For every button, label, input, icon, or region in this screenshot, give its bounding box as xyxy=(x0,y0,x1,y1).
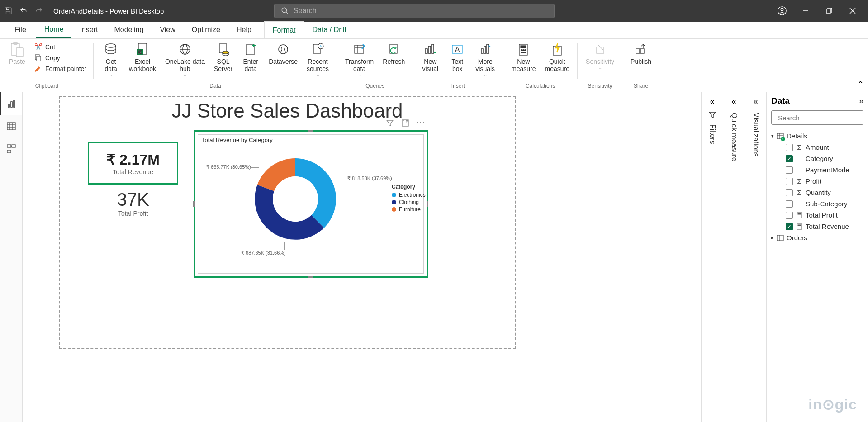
tab-data-drill[interactable]: Data / Drill xyxy=(304,21,355,38)
account-icon[interactable] xyxy=(775,4,789,18)
collapse-data-icon[interactable]: » xyxy=(859,96,863,106)
table-orders[interactable]: ▸ Orders xyxy=(771,232,863,243)
resize-handle[interactable] xyxy=(427,201,428,207)
donut-chart-visual[interactable]: ⋯ Total Revenue by Category xyxy=(194,130,428,278)
report-canvas[interactable]: JJ Store Sales Dashboard ₹ 2.17M Total R… xyxy=(23,92,701,422)
format-painter-button[interactable]: Format painter xyxy=(31,63,90,74)
get-data-icon xyxy=(103,42,119,57)
tab-modeling[interactable]: Modeling xyxy=(106,21,152,38)
svg-rect-2 xyxy=(6,11,10,14)
table-details[interactable]: ▾ ✓ Details xyxy=(771,130,863,142)
new-visual-button[interactable]: New visual xyxy=(417,40,444,74)
global-search[interactable]: Search xyxy=(274,4,555,18)
new-measure-button[interactable]: New measure xyxy=(507,40,540,74)
redo-icon[interactable] xyxy=(34,6,43,15)
data-pane: Data » ▾ ✓ Details ΣAmount ✓Category Pay… xyxy=(766,92,868,422)
tab-view[interactable]: View xyxy=(152,21,183,38)
resize-handle[interactable] xyxy=(193,201,195,207)
data-label-electronics: ₹ 818.58K (37.69%) xyxy=(347,175,392,181)
more-visuals-button[interactable]: More visuals⌄ xyxy=(471,40,499,79)
cut-button[interactable]: ✂️Cut xyxy=(31,42,90,52)
sql-icon xyxy=(216,42,231,57)
svg-rect-42 xyxy=(484,46,486,53)
tab-help[interactable]: Help xyxy=(228,21,260,38)
tab-optimize[interactable]: Optimize xyxy=(184,21,228,38)
expand-visualizations-icon[interactable]: « xyxy=(753,97,758,106)
quick-measure-pane[interactable]: « Quick measure xyxy=(723,92,745,422)
more-options-icon[interactable]: ⋯ xyxy=(417,119,425,127)
dataverse-button[interactable]: Dataverse xyxy=(264,40,302,67)
table-view-button[interactable] xyxy=(0,115,22,138)
quick-measure-button[interactable]: Quick measure xyxy=(541,40,574,74)
svg-rect-35 xyxy=(428,46,431,53)
search-icon xyxy=(281,7,289,15)
tab-home[interactable]: Home xyxy=(36,21,72,38)
maximize-button[interactable] xyxy=(822,4,836,18)
table-icon: ✓ xyxy=(777,133,784,140)
resize-handle[interactable] xyxy=(308,130,313,132)
get-data-button[interactable]: Get data⌄ xyxy=(97,40,124,79)
share-group-label: Share xyxy=(634,83,648,91)
save-icon[interactable] xyxy=(4,6,13,15)
svg-rect-36 xyxy=(432,44,434,53)
field-category[interactable]: ✓Category xyxy=(771,153,863,164)
onelake-button[interactable]: OneLake data hub⌄ xyxy=(161,40,209,79)
svg-rect-58 xyxy=(14,100,15,107)
refresh-button[interactable]: Refresh xyxy=(378,40,409,67)
focus-mode-icon[interactable] xyxy=(401,119,409,127)
cut-icon: ✂️ xyxy=(34,43,43,51)
data-group-label: Data xyxy=(209,83,221,91)
sql-server-button[interactable]: SQL Server xyxy=(209,40,237,74)
tab-insert[interactable]: Insert xyxy=(71,21,106,38)
close-button[interactable] xyxy=(845,4,860,18)
paste-button[interactable]: Paste xyxy=(4,40,31,67)
search-placeholder: Search xyxy=(294,7,317,15)
sensitivity-button[interactable]: Sensitivity⌄ xyxy=(581,40,619,72)
text-box-button[interactable]: AText box xyxy=(444,40,471,74)
field-amount[interactable]: ΣAmount xyxy=(771,142,863,153)
report-view-button[interactable] xyxy=(0,92,22,115)
svg-point-24 xyxy=(223,51,229,54)
minimize-button[interactable] xyxy=(798,4,813,18)
svg-rect-25 xyxy=(246,45,254,55)
publish-button[interactable]: Publish xyxy=(626,40,656,67)
quick-measure-icon xyxy=(550,42,565,57)
tab-format[interactable]: Format xyxy=(264,21,304,38)
ribbon-collapse-button[interactable]: ⌃ xyxy=(857,79,864,90)
total-profit-card[interactable]: 37K Total Profit xyxy=(88,190,178,217)
field-paymentmode[interactable]: PaymentMode xyxy=(771,164,863,175)
tab-file[interactable]: File xyxy=(9,21,36,38)
field-total-revenue[interactable]: ✓Total Revenue xyxy=(771,221,863,232)
expand-quick-measure-icon[interactable]: « xyxy=(731,97,736,106)
undo-icon[interactable] xyxy=(19,6,28,15)
field-total-profit[interactable]: Total Profit xyxy=(771,209,863,221)
svg-rect-55 xyxy=(640,49,644,53)
excel-button[interactable]: XExcel workbook xyxy=(124,40,161,74)
svg-point-6 xyxy=(781,9,783,11)
page-title: JJ Store Sales Dashboard xyxy=(60,100,515,122)
svg-point-70 xyxy=(273,176,318,222)
sensitivity-group-label: Sensitivity xyxy=(588,83,612,91)
filter-icon[interactable] xyxy=(386,119,394,127)
copy-button[interactable]: Copy xyxy=(31,52,90,63)
field-quantity[interactable]: ΣQuantity xyxy=(771,187,863,198)
recent-sources-button[interactable]: Recent sources⌄ xyxy=(302,40,333,79)
field-profit[interactable]: ΣProfit xyxy=(771,175,863,187)
fields-search[interactable] xyxy=(771,110,863,125)
format-painter-icon xyxy=(34,65,43,73)
model-view-button[interactable] xyxy=(0,138,22,160)
refresh-icon xyxy=(386,42,402,57)
clipboard-group-label: Clipboard xyxy=(35,83,58,91)
report-page[interactable]: JJ Store Sales Dashboard ₹ 2.17M Total R… xyxy=(59,96,516,349)
field-subcategory[interactable]: Sub-Category xyxy=(771,198,863,209)
total-revenue-card[interactable]: ₹ 2.17M Total Revenue xyxy=(88,142,178,185)
fields-search-input[interactable] xyxy=(778,114,864,122)
expand-filters-icon[interactable]: « xyxy=(710,97,714,106)
enter-data-button[interactable]: Enter data xyxy=(237,40,264,74)
visualizations-pane[interactable]: « Visualizations xyxy=(745,92,766,422)
resize-handle[interactable] xyxy=(308,276,313,278)
filters-pane[interactable]: « Filters xyxy=(701,92,723,422)
total-profit-label: Total Profit xyxy=(88,210,178,217)
transform-data-button[interactable]: Transform data⌄ xyxy=(341,40,378,79)
data-label-clothing: ₹ 687.65K (31.66%) xyxy=(241,250,286,256)
